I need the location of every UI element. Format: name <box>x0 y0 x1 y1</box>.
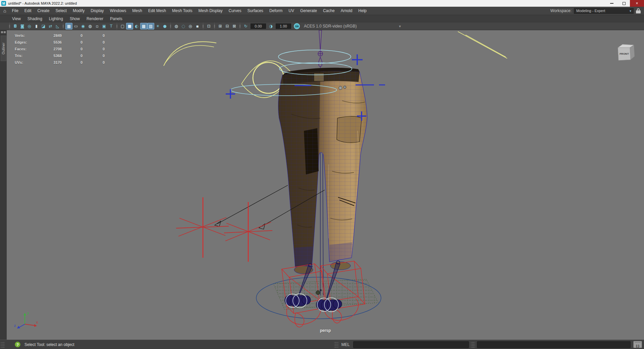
toolbar-separator <box>213 23 216 29</box>
lights-icon[interactable]: ☀ <box>154 23 161 30</box>
skeleton-joints[interactable] <box>318 30 323 71</box>
shadows-icon[interactable]: ● <box>161 23 168 30</box>
field-chart-icon[interactable]: ▫ <box>94 23 101 30</box>
ssao-icon[interactable]: ◍ <box>173 23 180 30</box>
gamma-field[interactable]: 1.00 <box>276 23 291 29</box>
menu-generate[interactable]: Generate <box>297 8 320 13</box>
isolate-select-icon[interactable]: ⊡ <box>205 23 212 30</box>
menu-uv[interactable]: UV <box>285 8 297 13</box>
dof-icon[interactable]: ▪ <box>194 23 201 30</box>
smooth-shade-icon[interactable]: ■ <box>126 23 133 30</box>
panel-toggle-icon[interactable] <box>4 31 6 33</box>
menu-mesh-tools[interactable]: Mesh Tools <box>169 8 195 13</box>
grease-pencil-icon[interactable]: ◺ <box>54 23 61 30</box>
hud-row: Tris: 5368 0 0 <box>15 52 105 59</box>
film-gate-icon[interactable]: ▭ <box>72 23 79 30</box>
command-result-field[interactable] <box>477 341 631 348</box>
exposure-field[interactable]: 0.00 <box>251 23 266 29</box>
hud-label: UVs: <box>15 60 42 64</box>
workspace-label: Workspace: <box>550 8 572 13</box>
perspective-viewport[interactable]: Verts: 2849 0 0 Edges: 5536 0 0 Faces: 2… <box>7 30 644 340</box>
bookmark-icon[interactable]: ▮ <box>33 23 40 30</box>
hud-value: 2849 <box>42 34 62 38</box>
split-pane-icon[interactable]: ⊟ <box>224 23 231 30</box>
command-line-input[interactable] <box>353 341 469 348</box>
menu-edit-mesh[interactable]: Edit Mesh <box>145 8 169 13</box>
menu-arnold[interactable]: Arnold <box>338 8 356 13</box>
menu-edit[interactable]: Edit <box>21 8 35 13</box>
menu-file[interactable]: File <box>9 8 21 13</box>
panel-menu-show[interactable]: Show <box>66 16 83 21</box>
gate-mask-icon[interactable]: ◍ <box>87 23 94 30</box>
safe-action-icon[interactable]: ▣ <box>101 23 108 30</box>
maximize-button[interactable] <box>618 0 630 7</box>
toolbar-separator <box>115 23 118 29</box>
gamma-icon[interactable]: ◑ <box>267 23 274 30</box>
window-title: untitled* - Autodesk MAYA 2022.2: untitl… <box>8 1 77 5</box>
resolution-gate-icon[interactable]: ◉ <box>79 23 87 30</box>
menu-create[interactable]: Create <box>35 8 53 13</box>
workspace-lock-icon[interactable] <box>636 8 641 13</box>
panel-menu-panels[interactable]: Panels <box>107 16 126 21</box>
menu-curves[interactable]: Curves <box>226 8 245 13</box>
single-pane-icon[interactable]: ⊞ <box>217 23 224 30</box>
textured-icon[interactable]: ▩ <box>140 23 147 30</box>
menu-modify[interactable]: Modify <box>70 8 88 13</box>
help-icon[interactable]: ? <box>15 342 20 347</box>
panel-menu-shading[interactable]: Shading <box>24 16 46 21</box>
statusbar-grip <box>334 341 338 348</box>
mel-label[interactable]: MEL <box>339 342 352 347</box>
hud-selected: 0 <box>62 60 83 64</box>
grid-icon[interactable]: ▦ <box>65 23 72 30</box>
menu-deform[interactable]: Deform <box>266 8 285 13</box>
color-management-toggle[interactable]: ON <box>294 23 300 29</box>
close-button[interactable]: × <box>630 0 644 7</box>
wireframe-icon[interactable]: ▢ <box>119 23 126 30</box>
outliner-tab[interactable]: Outliner <box>1 36 6 61</box>
menu-surfaces[interactable]: Surfaces <box>245 8 266 13</box>
hud-value: 2708 <box>42 47 62 51</box>
axis-y-label: y <box>27 311 29 315</box>
motion-blur-icon[interactable]: ◌ <box>180 23 187 30</box>
scene-canvas[interactable] <box>7 30 644 340</box>
workspace-select[interactable]: Modeling - Expert ▾ <box>574 8 634 14</box>
hud-other: 0 <box>83 60 105 64</box>
menu-display[interactable]: Display <box>88 8 107 13</box>
pan-zoom-icon[interactable]: ⇄ <box>47 23 54 30</box>
hud-value: 5536 <box>42 40 62 44</box>
menu-mesh-display[interactable]: Mesh Display <box>195 8 225 13</box>
antialias-icon[interactable]: ◎ <box>187 23 194 30</box>
default-material-icon[interactable]: ◐ <box>133 23 140 30</box>
hud-label: Faces: <box>15 47 42 51</box>
panel-menu-lighting[interactable]: Lighting <box>46 16 66 21</box>
menu-mesh[interactable]: Mesh <box>129 8 145 13</box>
toolbar-separator <box>62 23 65 29</box>
minimize-button[interactable] <box>606 0 618 7</box>
camera-attributes-icon[interactable]: ◎ <box>26 23 33 30</box>
menu-select[interactable]: Select <box>53 8 70 13</box>
image-plane-icon[interactable]: ◪ <box>40 23 47 30</box>
colorspace-value: ACES 1.0 SDR-video (sRGB) <box>304 24 357 29</box>
menu-windows[interactable]: Windows <box>107 8 129 13</box>
camera-icon[interactable]: ◘ <box>12 23 19 30</box>
menu-cache[interactable]: Cache <box>320 8 338 13</box>
camera-lock-icon[interactable]: ◙ <box>19 23 26 30</box>
panel-menu-view[interactable]: View <box>9 16 24 21</box>
statusbar-grip <box>471 341 475 348</box>
panel-toggle-icon[interactable] <box>1 31 3 33</box>
minimize-icon <box>610 3 613 4</box>
script-editor-icon[interactable]: {;} <box>633 341 642 348</box>
home-icon[interactable]: ⌂ <box>0 8 9 13</box>
title-bar: M untitled* - Autodesk MAYA 2022.2: unti… <box>0 0 644 7</box>
exposure-icon[interactable]: ↻ <box>242 23 249 30</box>
hud-other: 0 <box>83 47 105 51</box>
view-cube[interactable]: FRONT <box>614 40 639 64</box>
colorspace-dropdown[interactable]: ACES 1.0 SDR-video (sRGB) ▾ <box>301 23 404 29</box>
quad-pane-icon[interactable]: ⊠ <box>231 23 238 30</box>
transparency-icon[interactable]: ▨ <box>147 23 154 30</box>
menu-help[interactable]: Help <box>355 8 370 13</box>
locator-stars[interactable] <box>176 197 272 262</box>
hud-other: 0 <box>83 54 105 58</box>
panel-menu-renderer[interactable]: Renderer <box>83 16 107 21</box>
safe-title-icon[interactable]: T <box>108 23 115 30</box>
